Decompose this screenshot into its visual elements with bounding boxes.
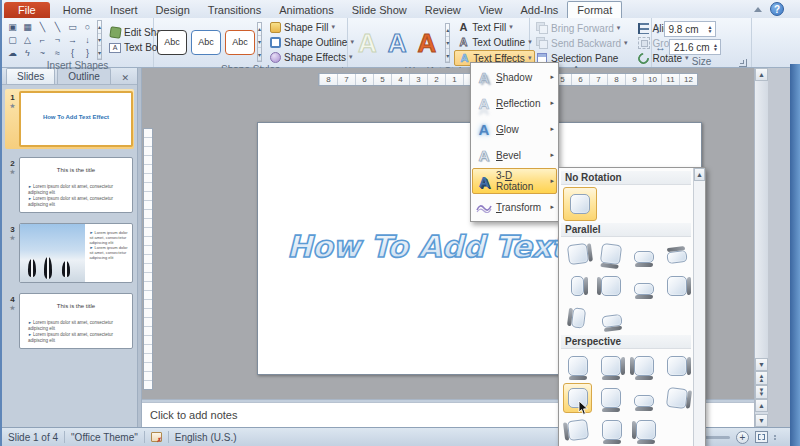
tab-slide-show[interactable]: Slide Show [343, 2, 416, 18]
text-outline-button[interactable]: AText Outline▾ [454, 35, 535, 49]
send-backward-button[interactable]: Send Backward▾ [533, 36, 631, 50]
text-box-icon: A [109, 43, 121, 53]
tab-insert[interactable]: Insert [101, 2, 147, 18]
fit-to-window-button[interactable] [755, 431, 768, 443]
wordart-preset-1[interactable]: A [358, 28, 377, 59]
desktop-background-strip [790, 64, 800, 446]
tab-file[interactable]: File [4, 2, 50, 18]
send-backward-icon [536, 37, 548, 49]
tab-home[interactable]: Home [54, 2, 101, 18]
tile-parallel-5[interactable] [563, 271, 592, 301]
menu-item-3d-rotation[interactable]: A 3-D Rotation ▸ [472, 168, 557, 194]
tab-review[interactable]: Review [416, 2, 470, 18]
tile-perspective-4[interactable] [662, 351, 691, 381]
shape-height-icon: ↕ [655, 23, 661, 35]
tab-animations[interactable]: Animations [270, 2, 342, 18]
wordart-preset-2[interactable]: A [388, 28, 407, 59]
bevel-icon: A [475, 147, 493, 164]
wordart-scroll[interactable]: ▴▾▾ [445, 23, 450, 63]
bring-forward-button[interactable]: Bring Forward▾ [533, 21, 631, 35]
text-outline-icon: A [457, 36, 469, 48]
next-slide-button[interactable]: ▼▼ [755, 385, 768, 399]
tile-perspective-2[interactable] [596, 351, 625, 381]
tile-parallel-10[interactable] [597, 303, 627, 333]
transform-icon [475, 199, 493, 216]
shape-effects-button[interactable]: Shape Effects▾ [266, 50, 357, 64]
tile-no-rotation[interactable] [563, 187, 597, 221]
tile-perspective-6[interactable] [596, 383, 625, 413]
menu-item-reflection[interactable]: A Reflection ▸ [472, 90, 557, 116]
shape-gallery[interactable]: ▣▦╲╲▭○▢△⌐¬→↓☁ϟ~≈{} [5, 21, 95, 60]
resize-grip[interactable] [774, 435, 776, 440]
glow-icon: A [475, 121, 493, 138]
tile-perspective-3[interactable] [629, 351, 658, 381]
ribbon-tab-bar: File Home Insert Design Transitions Anim… [2, 0, 800, 18]
tile-parallel-3[interactable] [629, 239, 658, 269]
shape-fill-button[interactable]: Shape Fill▾ [266, 20, 357, 34]
penguins-image [20, 224, 85, 282]
tab-add-ins[interactable]: Add-Ins [511, 2, 567, 18]
scroll-up-icon[interactable]: ▲ [755, 68, 768, 81]
tile-perspective-5[interactable] [563, 383, 592, 413]
shape-height-field[interactable]: 9.8 cm▲▼ [664, 21, 716, 37]
tile-parallel-9[interactable] [563, 303, 593, 333]
tile-perspective-11[interactable] [631, 415, 661, 445]
minimize-ribbon-icon[interactable] [751, 3, 765, 16]
slide-thumbnail-3[interactable]: 3★ Lorem ipsum dolor sit amet, consectet… [5, 221, 134, 285]
notes-scroll-up-icon[interactable]: ▲ [755, 399, 768, 412]
wordart-preset-3[interactable]: A [418, 28, 437, 59]
group-insert-shapes: ▣▦╲╲▭○▢△⌐¬→↓☁ϟ~≈{} ▴▾▾ Edit Shape▾ AText… [2, 18, 154, 67]
shape-style-preset-3[interactable]: Abc [225, 30, 255, 55]
zoom-in-button[interactable]: + [736, 431, 749, 444]
close-panel-icon[interactable]: ✕ [118, 72, 132, 84]
tab-view[interactable]: View [470, 2, 512, 18]
tile-parallel-8[interactable] [662, 271, 691, 301]
shape-style-preset-1[interactable]: Abc [157, 30, 187, 55]
tile-perspective-9[interactable] [563, 415, 593, 445]
tile-parallel-4[interactable] [662, 239, 691, 269]
slide-thumbnail-2[interactable]: 2★ This is the title Lorem ipsum dolor s… [5, 155, 134, 215]
text-fill-button[interactable]: AText Fill▾ [454, 20, 535, 34]
tile-perspective-1[interactable] [563, 351, 592, 381]
scroll-down-icon[interactable]: ▼ [755, 358, 768, 371]
language-indicator[interactable]: English (U.S.) [175, 432, 237, 443]
menu-item-transform[interactable]: Transform ▸ [472, 194, 557, 220]
wordart-gallery[interactable]: A A A [351, 28, 443, 59]
height-spinner[interactable]: ▲▼ [708, 25, 715, 33]
tab-design[interactable]: Design [147, 2, 199, 18]
dialog-launcher-icon[interactable] [739, 59, 747, 67]
tile-parallel-2[interactable] [596, 239, 625, 269]
tab-format[interactable]: Format [567, 1, 622, 18]
group-size: ↕ 9.8 cm▲▼ ↔ 21.6 cm▲▼ Size [652, 18, 752, 67]
previous-slide-button[interactable]: ▲▲ [755, 371, 768, 385]
shape-width-field[interactable]: 21.6 cm▲▼ [669, 39, 721, 55]
shape-outline-button[interactable]: Shape Outline▾ [266, 35, 357, 49]
slide-thumbnail-1[interactable]: 1★ How To Add Text Effect [5, 89, 134, 149]
tile-parallel-7[interactable] [629, 271, 658, 301]
shape-style-preset-2[interactable]: Abc [191, 30, 221, 55]
menu-item-glow[interactable]: A Glow ▸ [472, 116, 557, 142]
shape-width-icon: ↔ [655, 41, 666, 53]
bring-forward-icon [536, 22, 548, 34]
shape-gallery-scroll[interactable]: ▴▾▾ [97, 20, 102, 60]
theme-indicator[interactable]: "Office Theme" [71, 432, 138, 443]
tile-perspective-10[interactable] [597, 415, 627, 445]
slide-indicator[interactable]: Slide 1 of 4 [8, 432, 58, 443]
help-icon[interactable]: ? [770, 2, 784, 16]
tile-perspective-7[interactable] [629, 383, 658, 413]
slide-thumbnail-4[interactable]: 4★ This is the title Lorem ipsum dolor s… [5, 291, 134, 351]
group-label: Insert Shapes [5, 60, 150, 73]
submenu-arrow-icon: ▸ [550, 99, 554, 107]
tile-perspective-8[interactable] [662, 383, 691, 413]
gallery-scrollbar[interactable]: ▲ [693, 168, 705, 446]
tile-parallel-1[interactable] [563, 239, 592, 269]
spellcheck-icon[interactable] [151, 432, 162, 442]
tab-transitions[interactable]: Transitions [199, 2, 270, 18]
width-spinner[interactable]: ▲▼ [713, 43, 720, 51]
notes-scroll-down-icon[interactable]: ▼ [755, 414, 768, 427]
shape-style-scroll[interactable]: ▴▾▾ [257, 22, 262, 62]
menu-item-shadow[interactable]: A Shadow ▸ [472, 64, 557, 90]
menu-item-bevel[interactable]: A Bevel ▸ [472, 142, 557, 168]
tile-parallel-6[interactable] [596, 271, 625, 301]
gallery-scroll-up-icon[interactable]: ▲ [694, 168, 705, 181]
